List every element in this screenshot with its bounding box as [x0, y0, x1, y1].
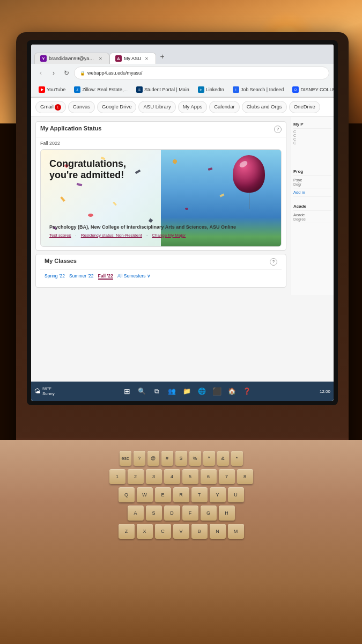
key-b[interactable]: B: [191, 524, 208, 539]
key-hash[interactable]: #: [161, 451, 173, 466]
residency-status-link[interactable]: Residency status: Non-Resident: [81, 233, 142, 238]
application-status-body: Fall 2022: [36, 137, 286, 250]
key-w[interactable]: W: [137, 487, 153, 502]
sidebar-myp-label: My P: [293, 122, 331, 127]
nav-calendar[interactable]: Calendar: [209, 101, 240, 113]
bookmark-youtube[interactable]: ▶ YouTube: [35, 85, 69, 94]
key-amp[interactable]: &: [217, 451, 229, 466]
yahoo-favicon: Y: [40, 55, 47, 62]
bookmark-zillow[interactable]: Z Zillow: Real Estate,...: [71, 85, 131, 94]
bookmark-linkedin[interactable]: in LinkedIn: [195, 85, 227, 94]
store-button[interactable]: ⬛: [211, 385, 224, 398]
key-8[interactable]: 8: [237, 469, 253, 484]
test-scores-link[interactable]: Test scores: [49, 233, 71, 238]
home-button[interactable]: 🏠: [226, 385, 239, 398]
bookmark-student-portal[interactable]: S Student Portal | Main: [133, 85, 193, 94]
key-question[interactable]: ?: [134, 451, 145, 466]
key-u[interactable]: U: [228, 487, 244, 502]
sidebar-c1: C: [293, 130, 331, 134]
key-star[interactable]: *: [231, 451, 243, 466]
key-r[interactable]: R: [173, 487, 189, 502]
key-z[interactable]: Z: [119, 524, 135, 539]
calendar-nav-label: Calendar: [214, 104, 235, 109]
key-2[interactable]: 2: [128, 469, 144, 484]
key-y[interactable]: Y: [210, 487, 226, 502]
file-explorer-button[interactable]: 📁: [181, 385, 194, 398]
key-5[interactable]: 5: [182, 469, 198, 484]
confetti-11: [184, 207, 188, 210]
summer22-tab[interactable]: Summer '22: [69, 273, 94, 280]
my-classes-help-icon[interactable]: ?: [270, 258, 277, 266]
key-x[interactable]: X: [137, 524, 153, 539]
key-dollar[interactable]: $: [175, 451, 187, 466]
key-7[interactable]: 7: [219, 469, 235, 484]
key-f[interactable]: F: [182, 506, 198, 521]
key-e[interactable]: E: [155, 487, 171, 502]
new-tab-button[interactable]: +: [156, 50, 169, 63]
key-q[interactable]: Q: [119, 487, 135, 502]
bookmark-disney[interactable]: D DISNEY COLLEGE P...: [289, 85, 334, 94]
weather-widget[interactable]: 🌤 59°F Sunny: [34, 386, 55, 396]
right-sidebar: My P C C C C Prog Psyc D: [291, 117, 334, 295]
start-button[interactable]: ⊞: [121, 385, 134, 398]
key-v[interactable]: V: [173, 524, 189, 539]
key-h[interactable]: H: [219, 506, 235, 521]
key-6[interactable]: 6: [201, 469, 217, 484]
key-n[interactable]: N: [210, 524, 226, 539]
nav-onedrive[interactable]: OneDrive: [289, 101, 320, 113]
nav-clubs-orgs[interactable]: Clubs and Orgs: [242, 101, 287, 113]
nav-asu-library[interactable]: ASU Library: [138, 101, 175, 113]
change-major-link[interactable]: Change My Major: [152, 233, 186, 238]
key-1[interactable]: 1: [109, 469, 125, 484]
main-content-area: My Application Status ? Fall 2022: [31, 117, 334, 295]
nav-google-drive[interactable]: Google Drive: [97, 101, 136, 113]
teams-button[interactable]: 👥: [166, 385, 179, 398]
bookmarks-bar: ▶ YouTube Z Zillow: Real Estate,... S St…: [31, 82, 334, 97]
gmail-badge: 1: [55, 104, 61, 111]
key-g[interactable]: G: [201, 506, 217, 521]
nav-gmail[interactable]: Gmail1: [35, 101, 66, 113]
key-4[interactable]: 4: [164, 469, 180, 484]
browser-chrome: Y brandidawn99@yahoo.com - Yah... ✕ A My…: [31, 45, 334, 98]
fall22-tab[interactable]: Fall '22: [98, 273, 113, 280]
asu-tab-close[interactable]: ✕: [144, 55, 150, 62]
reload-button[interactable]: ↻: [61, 68, 72, 78]
forward-button[interactable]: ›: [48, 68, 59, 78]
sidebar-addm[interactable]: Add m: [293, 188, 331, 197]
key-t[interactable]: T: [191, 487, 208, 502]
back-button[interactable]: ‹: [35, 68, 46, 78]
balloon-body: [233, 155, 265, 193]
edge-button[interactable]: 🌐: [196, 385, 209, 398]
spring22-tab[interactable]: Spring '22: [45, 273, 65, 280]
key-m[interactable]: M: [228, 524, 244, 539]
semester-dropdown-chevron: ∨: [147, 273, 151, 279]
browser-window: Y brandidawn99@yahoo.com - Yah... ✕ A My…: [31, 45, 334, 401]
help-taskbar-button[interactable]: ❓: [241, 385, 254, 398]
key-caret[interactable]: ^: [203, 451, 215, 466]
application-status-help-icon[interactable]: ?: [274, 126, 282, 133]
task-view-button[interactable]: ⧉: [151, 385, 164, 398]
application-status-header: My Application Status ?: [36, 122, 286, 137]
sidebar-degree-label: Degr: [293, 182, 331, 186]
search-taskbar-button[interactable]: 🔍: [136, 385, 149, 398]
key-d[interactable]: D: [164, 506, 180, 521]
yahoo-tab-close[interactable]: ✕: [97, 55, 104, 62]
key-s[interactable]: S: [146, 506, 162, 521]
weather-temp: 59°F: [42, 386, 55, 391]
weather-icon: 🌤: [34, 387, 41, 395]
asu-nav-bar: Gmail1 Canvas Google Drive ASU Library M…: [31, 98, 334, 117]
key-a[interactable]: A: [128, 506, 144, 521]
tab-yahoo[interactable]: Y brandidawn99@yahoo.com - Yah... ✕: [34, 53, 109, 64]
key-esc[interactable]: esc: [120, 451, 131, 466]
nav-canvas[interactable]: Canvas: [68, 101, 95, 113]
key-percent[interactable]: %: [189, 451, 201, 466]
key-c[interactable]: C: [155, 524, 171, 539]
taskbar-time: 12:00: [320, 389, 330, 394]
tab-asu[interactable]: A My ASU ✕: [109, 53, 156, 64]
address-bar[interactable]: 🔒 webapp4.asu.edu/myasu/: [74, 67, 329, 79]
all-semesters-tab[interactable]: All Semesters ∨: [117, 273, 151, 280]
nav-my-apps[interactable]: My Apps: [178, 101, 207, 113]
key-3[interactable]: 3: [146, 469, 162, 484]
bookmark-indeed[interactable]: I Job Search | Indeed: [230, 85, 287, 94]
key-at[interactable]: @: [147, 451, 159, 466]
